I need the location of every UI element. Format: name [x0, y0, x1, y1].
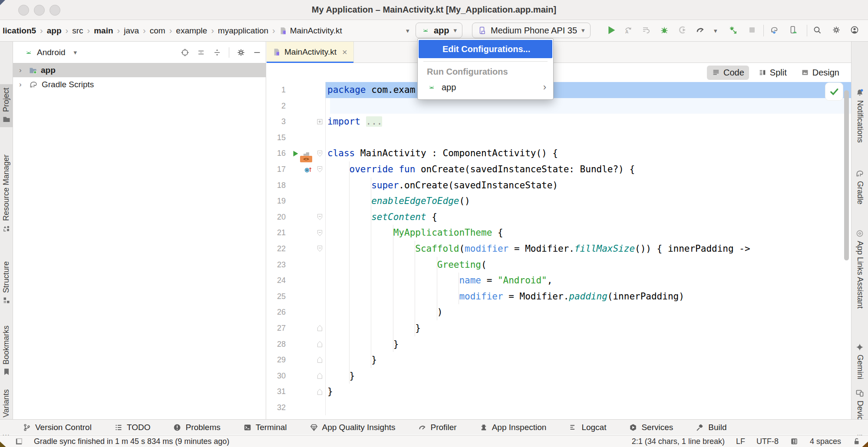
editor-tab-mainactivity[interactable]: MainActivity.kt × [267, 42, 354, 62]
menu-item-edit-configurations[interactable]: Edit Configurations... [419, 40, 552, 58]
tool-button-terminal[interactable]: Terminal [243, 423, 287, 432]
tool-button-app-inspection[interactable]: App Inspection [479, 423, 547, 432]
close-icon[interactable]: × [342, 47, 347, 57]
breadcrumb-item-myapplication[interactable]: myapplication [218, 26, 268, 36]
inspection-status-widget[interactable] [825, 83, 843, 100]
code-line[interactable]: 31 } [267, 384, 851, 400]
device-selector[interactable]: Medium Phone API 35 ▾ [472, 23, 591, 38]
code-line[interactable]: 18 super.onCreate(savedInstanceState) [267, 177, 851, 194]
tool-button-version-control[interactable]: Version Control [23, 423, 92, 432]
override-method-icon[interactable] [304, 165, 312, 174]
fold-marker-icon[interactable] [317, 166, 323, 173]
sidebar-item-app-links-assistant[interactable]: App Links Assistant [851, 226, 868, 312]
sidebar-item-gemini[interactable]: Gemini [851, 339, 868, 383]
tab-code[interactable]: Code [707, 66, 749, 80]
line-separator-widget[interactable]: LF [736, 437, 745, 446]
code-line[interactable]: 16 <> class MainActivity : ComponentActi… [267, 145, 851, 161]
stop-icon[interactable] [748, 26, 756, 34]
fold-marker-icon[interactable] [317, 341, 323, 348]
minimize-window-button[interactable] [34, 5, 45, 16]
code-line[interactable]: 3 import ... [267, 114, 851, 130]
search-icon[interactable] [813, 26, 822, 34]
tool-window-layout-icon[interactable] [15, 437, 23, 446]
build-chevron-down-icon[interactable]: ▾ [406, 27, 409, 35]
maximize-window-button[interactable] [50, 5, 60, 16]
hide-panel-icon[interactable] [253, 48, 261, 57]
sidebar-item-gradle[interactable]: Gradle [851, 166, 868, 208]
compose-preview-icon[interactable]: <> [300, 145, 312, 162]
run-line-icon[interactable] [292, 150, 299, 157]
apply-changes-icon[interactable]: A [624, 26, 632, 34]
code-line[interactable]: 29 } [267, 352, 851, 368]
encoding-widget[interactable]: UTF-8 [756, 437, 779, 446]
code-line[interactable]: 21 MyApplicationTheme { [267, 225, 851, 241]
chevron-right-icon[interactable]: › [19, 66, 25, 75]
close-window-button[interactable] [18, 5, 29, 16]
project-view-selector[interactable]: Android ▾ [24, 48, 77, 57]
gear-icon[interactable] [832, 26, 841, 34]
breadcrumb-item-src[interactable]: src [72, 26, 83, 36]
fold-marker-icon[interactable] [317, 150, 323, 157]
sidebar-item-project[interactable]: Project [0, 84, 13, 127]
device-mirror-icon[interactable] [789, 26, 797, 34]
code-line[interactable]: 23 Greeting( [267, 257, 851, 273]
tool-button-app-quality-insights[interactable]: App Quality Insights [310, 423, 396, 432]
gradle-sync-status[interactable]: Gradle sync finished in 1 m 45 s 834 ms … [34, 437, 229, 446]
gauge-icon[interactable] [696, 26, 705, 34]
breadcrumb-item-lication5[interactable]: lication5 [3, 26, 36, 36]
fold-marker-icon[interactable] [317, 372, 323, 379]
sidebar-item-bookmarks[interactable]: Bookmarks [0, 322, 13, 380]
breadcrumb-item-com[interactable]: com [150, 26, 165, 36]
code-line[interactable]: 22 Scaffold(modifier = Modifier.fillMaxS… [267, 241, 851, 257]
tree-item-app[interactable]: › app [13, 63, 266, 77]
lock-open-icon[interactable] [852, 437, 861, 446]
code-line[interactable]: 30 } [267, 368, 851, 384]
tab-split[interactable]: Split [753, 66, 792, 80]
code-line[interactable]: 20 setContent { [267, 209, 851, 225]
code-editor[interactable]: 1 package com.exam2 3 import ...15 16 <>… [267, 82, 851, 415]
fold-marker-icon[interactable] [317, 388, 323, 395]
breadcrumb-item-java[interactable]: java [124, 26, 139, 36]
user-icon[interactable] [850, 26, 859, 34]
tool-button-services[interactable]: Services [629, 423, 673, 432]
editor-scrollbar[interactable] [844, 90, 849, 260]
code-line[interactable]: 27 } [267, 320, 851, 336]
code-line[interactable]: 15 [267, 130, 851, 146]
code-line[interactable]: 19 enableEdgeToEdge() [267, 193, 851, 209]
tool-button-build[interactable]: Build [696, 423, 726, 432]
breadcrumb-item-app[interactable]: app [47, 26, 62, 36]
breadcrumb-item-main[interactable]: main [94, 26, 113, 36]
sidebar-item-structure[interactable]: Structure [0, 258, 13, 308]
sidebar-item-notifications[interactable]: Notifications [851, 85, 868, 146]
code-line[interactable]: 25 modifier = Modifier.padding(innerPadd… [267, 289, 851, 305]
locate-file-icon[interactable] [181, 48, 189, 57]
fold-marker-icon[interactable] [317, 230, 323, 237]
profiler-chevron-down-icon[interactable]: ▾ [714, 27, 717, 35]
code-line[interactable]: 32 [267, 400, 851, 416]
tab-design[interactable]: Design [796, 66, 844, 80]
code-line[interactable]: 2 [267, 98, 851, 114]
fold-marker-icon[interactable] [317, 245, 323, 252]
notification-square-icon[interactable] [790, 437, 799, 446]
fold-marker-icon[interactable] [317, 214, 323, 220]
fold-marker-icon[interactable] [317, 356, 323, 363]
expand-all-icon[interactable] [197, 48, 205, 57]
run-play-icon[interactable] [606, 25, 617, 36]
chevron-right-icon[interactable]: › [19, 80, 25, 89]
indent-widget[interactable]: 4 spaces [810, 437, 841, 446]
tool-button-logcat[interactable]: Logcat [569, 423, 606, 432]
breadcrumb-item-mainactivity-kt[interactable]: MainActivity.kt [279, 26, 342, 36]
fold-marker-icon[interactable] [317, 325, 323, 332]
code-line[interactable]: 1 package com.exam [267, 82, 851, 98]
caret-position-widget[interactable]: 2:1 (34 chars, 1 line break) [632, 437, 725, 446]
fold-marker-icon[interactable] [317, 119, 323, 125]
tool-button-problems[interactable]: Problems [173, 423, 220, 432]
code-line[interactable]: 17 override fun onCreate(savedInstanceSt… [267, 161, 851, 177]
run-configuration-selector[interactable]: app ▾ [416, 23, 462, 38]
code-line[interactable]: 26 ) [267, 304, 851, 320]
tool-button-todo[interactable]: TODO [114, 423, 151, 432]
collapse-all-icon[interactable] [213, 48, 221, 57]
tool-button-profiler[interactable]: Profiler [418, 423, 457, 432]
code-line[interactable]: 28 } [267, 336, 851, 352]
code-line[interactable]: 24 name = "Android", [267, 273, 851, 289]
